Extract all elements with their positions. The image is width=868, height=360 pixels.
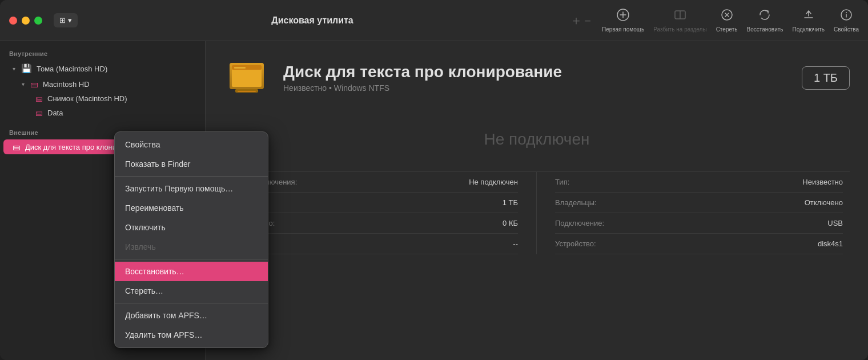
info-label: Владельцы: — [555, 198, 597, 207]
svg-rect-11 — [234, 67, 246, 69]
window-title: Дисковая утилита — [55, 15, 570, 26]
context-menu-item-add-apfs[interactable]: Добавить том APFS… — [115, 306, 206, 325]
first-aid-label: Первая помощь — [602, 26, 644, 33]
maximize-button[interactable] — [34, 17, 42, 25]
context-menu-item-restore[interactable]: Восстановить… — [115, 262, 206, 281]
info-value: Не подключен — [469, 178, 518, 186]
info-label: Подключение: — [555, 219, 604, 227]
external-disk-icon: 🖴 — [13, 142, 21, 151]
sidebar-item-label: Тома (Macintosh HD) — [37, 65, 107, 73]
main-area: Внутренние ▾ 💾 Тома (Macintosh HD) ▾ 🖴 M… — [0, 41, 868, 360]
sidebar-item-macintosh-hd[interactable]: ▾ 🖴 Macintosh HD — [3, 77, 202, 91]
traffic-lights — [9, 17, 42, 25]
info-label: Тип: — [555, 178, 569, 186]
info-row: Владельцы: Отключено — [555, 193, 843, 213]
info-value: disk4s1 — [818, 239, 843, 248]
partition-button[interactable]: Разбить на разделы — [653, 8, 706, 33]
context-menu-item-show-finder[interactable]: Показать в Finder — [115, 154, 206, 174]
info-row: Устройство: disk4s1 — [555, 234, 843, 254]
restore-icon — [758, 8, 771, 25]
sidebar-item-data[interactable]: 🖴 Data — [3, 106, 202, 120]
minimize-button[interactable] — [22, 17, 30, 25]
info-row: Подключение: USB — [555, 213, 843, 234]
not-connected-label: Не подключен — [224, 130, 850, 149]
info-value: 0 КБ — [503, 219, 518, 227]
sidebar: Внутренние ▾ 💾 Тома (Macintosh HD) ▾ 🖴 M… — [0, 41, 206, 360]
close-button[interactable] — [9, 17, 17, 25]
context-menu-item-remove-apfs[interactable]: Удалить том APFS… — [115, 325, 206, 345]
first-aid-button[interactable]: Первая помощь — [602, 8, 644, 33]
disk-icon: 🖴 — [30, 79, 38, 89]
sidebar-section-internal: Внутренние ▾ 💾 Тома (Macintosh HD) ▾ 🖴 M… — [0, 48, 205, 120]
context-menu-separator-3 — [115, 303, 206, 303]
context-menu-separator — [115, 176, 206, 177]
add-remove-icon: ＋－ — [570, 12, 593, 29]
context-menu-item-rename[interactable]: Переименовать — [115, 198, 206, 218]
content-area: Диск для текста про клонирование Неизвес… — [206, 41, 868, 360]
sidebar-item-toma[interactable]: ▾ 💾 Тома (Macintosh HD) — [3, 61, 202, 77]
mount-button[interactable]: Подключить — [793, 8, 825, 33]
erase-icon — [720, 8, 734, 25]
sidebar-item-label: Снимок (Macintosh HD) — [47, 94, 127, 103]
disk-icon-large — [224, 55, 270, 101]
erase-button[interactable]: Стереть — [716, 8, 738, 33]
main-window: ⊞ ▾ Дисковая утилита ＋－ Первая помощь — [0, 0, 868, 360]
partition-label: Разбить на разделы — [653, 26, 706, 33]
titlebar: ⊞ ▾ Дисковая утилита ＋－ Первая помощь — [0, 0, 868, 41]
info-button[interactable]: Свойства — [834, 8, 859, 33]
restore-button[interactable]: Восстановить — [746, 8, 783, 33]
chevron-down-icon: ▾ — [22, 81, 25, 87]
chevron-down-icon: ▾ — [13, 66, 15, 72]
disk-info-grid: Статус подключения: Не подключен Ёмкость… — [224, 171, 850, 254]
disk-subtitle: Неизвестно • Windows NTFS — [283, 83, 788, 93]
svg-rect-13 — [238, 91, 256, 92]
info-col-right: Тип: Неизвестно Владельцы: Отключено Под… — [537, 172, 850, 254]
context-menu-item-unmount[interactable]: Отключить — [115, 218, 206, 237]
info-col-left: Статус подключения: Не подключен Ёмкость… — [224, 172, 537, 254]
svg-point-6 — [846, 12, 847, 13]
sidebar-item-label: Macintosh HD — [43, 80, 90, 89]
first-aid-icon — [616, 8, 630, 25]
context-menu-item-erase[interactable]: Стереть… — [115, 281, 206, 301]
info-value: 1 ТБ — [503, 198, 518, 207]
info-value: USB — [827, 219, 843, 227]
internal-section-label: Внутренние — [0, 48, 205, 61]
sidebar-item-label: Data — [47, 109, 63, 117]
toolbar-actions: ＋－ Первая помощь — [570, 8, 859, 33]
disk-header: Диск для текста про клонирование Неизвес… — [224, 55, 850, 101]
info-icon — [839, 8, 853, 25]
info-value: -- — [513, 239, 518, 248]
sidebar-item-snapshot[interactable]: 🖴 Снимок (Macintosh HD) — [3, 91, 202, 106]
disk-name: Диск для текста про клонирование — [283, 63, 788, 81]
snapshot-icon: 🖴 — [35, 94, 43, 103]
disk-size-badge: 1 ТБ — [802, 66, 850, 90]
data-icon: 🖴 — [35, 109, 43, 117]
mount-icon — [802, 8, 815, 25]
partition-icon — [673, 8, 687, 25]
erase-label: Стереть — [716, 26, 738, 33]
context-menu: Свойства Показать в Finder Запустить Пер… — [114, 131, 206, 348]
mount-label: Подключить — [793, 26, 825, 33]
add-remove-button[interactable]: ＋－ — [570, 12, 593, 29]
info-label: Устройство: — [555, 239, 596, 248]
info-value: Неизвестно — [802, 178, 843, 186]
context-menu-item-first-aid[interactable]: Запустить Первую помощь… — [115, 179, 206, 198]
context-menu-item-extract: Извлечь — [115, 237, 206, 257]
context-menu-separator-2 — [115, 259, 206, 259]
context-menu-item-properties[interactable]: Свойства — [115, 135, 206, 154]
info-label: Свойства — [834, 26, 859, 33]
hdd-icon: 💾 — [21, 63, 32, 74]
restore-label: Восстановить — [746, 26, 783, 33]
info-row: Тип: Неизвестно — [555, 172, 843, 193]
info-value: Отключено — [805, 198, 843, 207]
disk-title-area: Диск для текста про клонирование Неизвес… — [283, 63, 788, 93]
